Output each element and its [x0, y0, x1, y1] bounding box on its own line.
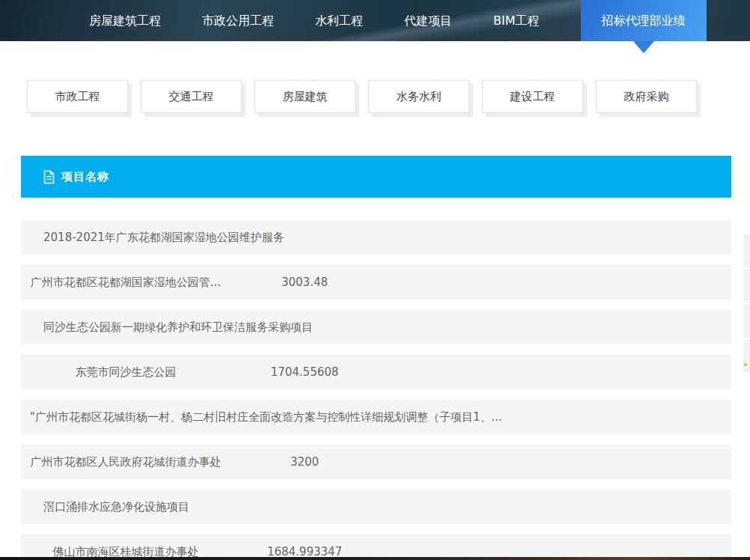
client-name-text: 广州市花都区人民政府花城街道办事处 — [21, 455, 231, 469]
top-navigation-bar: 房屋建筑工程市政公用工程水利工程代建项目BIM工程招标代理部业绩 — [0, 0, 750, 41]
floating-widget-button-3[interactable] — [743, 305, 750, 338]
amount-value: 1704.55608 — [231, 365, 379, 379]
nav-item-label: 房屋建筑工程 — [89, 13, 161, 28]
filter-button-2[interactable]: 交通工程 — [141, 80, 242, 113]
client-name-text: 东莞市同沙生态公园 — [21, 365, 231, 380]
floating-widget-button-1[interactable] — [743, 234, 750, 267]
filter-button-3[interactable]: 房屋建筑 — [254, 80, 356, 113]
filter-button-1[interactable]: 市政工程 — [27, 80, 128, 113]
project-name-text: "广州市花都区花城街杨一村、杨二村旧村庄全面改造方案与控制性详细规划调整（子项目… — [21, 410, 502, 424]
project-detail-row: 东莞市同沙生态公园1704.55608 — [21, 355, 731, 389]
nav-item-label: 水利工程 — [315, 13, 363, 28]
project-detail-row: 佛山市南海区桂城街道办事处1684.993347 — [21, 535, 731, 560]
nav-item-label: 市政公用工程 — [202, 13, 274, 28]
project-name-text: 同沙生态公园新一期绿化养护和环卫保洁服务采购项目 — [21, 320, 313, 335]
nav-item-4[interactable]: 代建项目 — [404, 0, 452, 41]
active-tab-arrow-icon — [633, 41, 654, 53]
floating-widget-button-4[interactable] — [743, 340, 750, 373]
nav-item-label: BIM工程 — [493, 13, 540, 28]
project-name-row: 同沙生态公园新一期绿化养护和环卫保洁服务采购项目 — [21, 310, 731, 344]
filter-button-row: 市政工程交通工程房屋建筑水务水利建设工程政府采购 — [27, 80, 710, 113]
filter-button-4[interactable]: 水务水利 — [368, 80, 469, 113]
nav-item-3[interactable]: 水利工程 — [315, 0, 363, 41]
nav-item-1[interactable]: 房屋建筑工程 — [89, 0, 161, 41]
project-name-row: 滘口涌排水应急净化设施项目 — [21, 490, 731, 524]
nav-item-label: 招标代理部业绩 — [602, 13, 686, 28]
amount-value: 3003.48 — [231, 276, 379, 289]
floating-widget-button-2[interactable] — [743, 270, 750, 302]
filter-button-6[interactable]: 政府采购 — [596, 80, 697, 113]
footer-edge-strip — [0, 557, 750, 560]
table-header-title: 项目名称 — [61, 170, 109, 184]
nav-item-5[interactable]: BIM工程 — [493, 0, 540, 41]
project-name-text: 滘口涌排水应急净化设施项目 — [21, 500, 189, 514]
project-name-row: 2018-2021年广东花都湖国家湿地公园维护服务 — [21, 220, 731, 255]
project-name-row: "广州市花都区花城街杨一村、杨二村旧村庄全面改造方案与控制性详细规划调整（子项目… — [21, 400, 731, 434]
table-header-bar: 项目名称 — [21, 156, 731, 198]
project-detail-row: 广州市花都区人民政府花城街道办事处3200 — [21, 445, 731, 479]
widget-dot-icon — [744, 363, 747, 366]
amount-value: 3200 — [231, 455, 379, 469]
nav-item-2[interactable]: 市政公用工程 — [202, 0, 274, 41]
client-name-text: 广州市花都区花都湖国家湿地公园管... — [21, 276, 231, 290]
project-detail-row: 广州市花都区花都湖国家湿地公园管...3003.48 — [21, 265, 731, 299]
nav-item-6-active[interactable]: 招标代理部业绩 — [581, 0, 707, 41]
filter-button-5[interactable]: 建设工程 — [482, 80, 583, 113]
project-name-text: 2018-2021年广东花都湖国家湿地公园维护服务 — [21, 231, 284, 245]
document-icon — [43, 170, 55, 184]
nav-item-label: 代建项目 — [404, 13, 452, 28]
